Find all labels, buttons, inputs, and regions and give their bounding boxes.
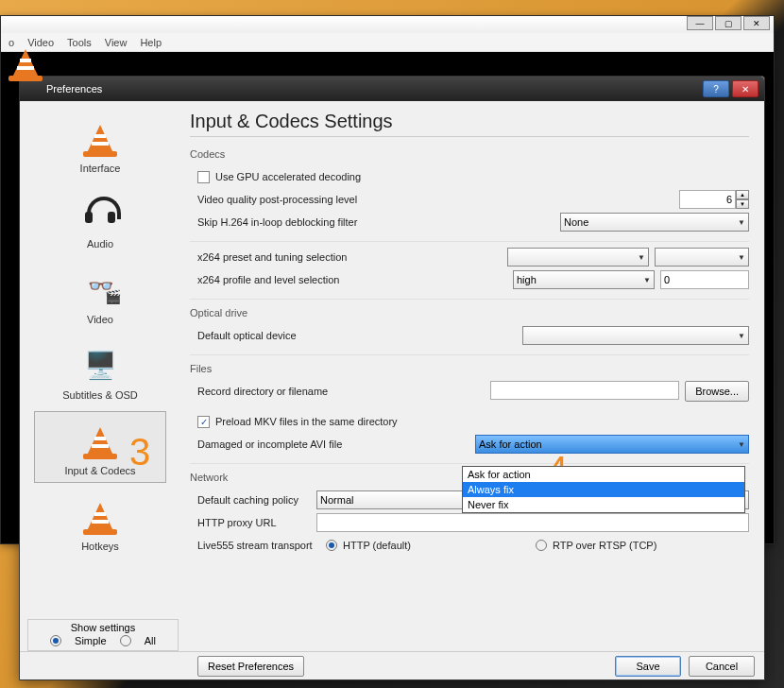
group-title-files: Files: [190, 363, 749, 374]
group-title-optical: Optical drive: [190, 307, 749, 318]
postproc-input[interactable]: [679, 190, 736, 209]
x264-preset-combo[interactable]: ▼: [507, 248, 649, 267]
proxy-label: HTTP proxy URL: [197, 517, 311, 528]
record-dir-input[interactable]: [490, 381, 679, 400]
parent-minimize-button[interactable]: —: [687, 16, 713, 30]
x264-preset-label: x264 preset and tuning selection: [197, 251, 347, 263]
menu-item[interactable]: Video: [27, 37, 54, 48]
sidebar-item-interface[interactable]: Interface: [34, 109, 166, 181]
avi-label: Damaged or incomplete AVI file: [197, 439, 342, 450]
parent-close-button[interactable]: ✕: [743, 16, 770, 30]
all-radio[interactable]: [120, 635, 131, 646]
headphones-icon: [77, 191, 123, 236]
sidebar-item-subtitles[interactable]: 🖥️ Subtitles & OSD: [34, 335, 166, 407]
rtp-radio-label: RTP over RTSP (TCP): [553, 540, 656, 551]
gpu-decoding-checkbox[interactable]: [197, 171, 210, 183]
sidebar-item-label: Interface: [80, 163, 121, 174]
live555-label: Live555 stream transport: [197, 540, 320, 551]
dialog-footer: Reset Preferences Save Cancel: [20, 651, 764, 679]
sidebar-item-input-codecs[interactable]: Input & Codecs 3: [34, 411, 166, 483]
cone-codecs-icon: [77, 418, 123, 463]
vlc-cone-icon: [26, 81, 41, 96]
avi-option-ask[interactable]: Ask for action: [463, 467, 744, 482]
reset-preferences-button[interactable]: Reset Preferences: [197, 656, 304, 677]
preload-mkv-label: Preload MKV files in the same directory: [215, 416, 398, 427]
dialog-titlebar[interactable]: Preferences ? ✕: [20, 77, 764, 101]
page-title: Input & Codecs Settings: [190, 111, 749, 137]
dialog-close-button[interactable]: ✕: [732, 80, 758, 97]
display-icon: 🖥️: [77, 342, 123, 387]
sidebar-item-hotkeys[interactable]: Hotkeys: [34, 487, 166, 559]
sidebar-item-label: Audio: [87, 238, 113, 249]
skipfilter-combo[interactable]: None▼: [560, 213, 749, 232]
http-radio[interactable]: [326, 540, 337, 551]
sidebar-item-label: Subtitles & OSD: [62, 389, 137, 401]
simple-radio[interactable]: [50, 635, 61, 646]
show-settings-group: Show settings Simple All: [27, 619, 179, 651]
rtp-radio[interactable]: [536, 540, 547, 551]
proxy-input[interactable]: [316, 513, 749, 532]
avi-dropdown-list[interactable]: Ask for action Always fix Never fix: [462, 466, 745, 513]
settings-page: Input & Codecs Settings Codecs Use GPU a…: [180, 101, 764, 653]
dialog-title: Preferences: [46, 83, 102, 95]
avi-option-always[interactable]: Always fix: [463, 482, 744, 497]
browse-button[interactable]: Browse...: [685, 381, 749, 402]
menu-item[interactable]: View: [105, 37, 128, 48]
record-dir-label: Record directory or filename: [197, 386, 328, 397]
cancel-button[interactable]: Cancel: [689, 656, 755, 677]
parent-titlebar: — ▢ ✕: [1, 16, 774, 33]
optical-device-combo[interactable]: ▼: [522, 326, 749, 345]
menu-item[interactable]: Tools: [67, 37, 92, 48]
save-button[interactable]: Save: [615, 656, 681, 677]
gpu-decoding-label: Use GPU accelerated decoding: [215, 171, 361, 182]
all-radio-label: All: [145, 635, 156, 646]
simple-radio-label: Simple: [75, 635, 107, 646]
parent-menubar: o Video Tools View Help: [1, 33, 774, 52]
menu-item[interactable]: Help: [140, 37, 162, 48]
optical-device-label: Default optical device: [197, 330, 297, 341]
group-title-codecs: Codecs: [190, 148, 749, 160]
cone-icon: [77, 115, 123, 161]
category-sidebar: Interface Audio Video 🖥️ Subtitles & OSD…: [20, 101, 180, 653]
x264-profile-label: x264 profile and level selection: [197, 274, 339, 285]
http-radio-label: HTTP (default): [343, 540, 411, 551]
postproc-label: Video quality post-processing level: [197, 194, 357, 205]
parent-maximize-button[interactable]: ▢: [715, 16, 741, 30]
sidebar-item-audio[interactable]: Audio: [34, 184, 166, 256]
dialog-help-button[interactable]: ?: [703, 80, 729, 97]
sidebar-item-label: Hotkeys: [81, 541, 119, 552]
cone-hotkeys-icon: [77, 493, 123, 539]
sidebar-item-label: Input & Codecs: [64, 465, 135, 476]
menu-item[interactable]: o: [9, 37, 14, 48]
caching-label: Default caching policy: [197, 494, 311, 506]
avi-combo[interactable]: Ask for action▼: [475, 435, 749, 454]
sidebar-item-label: Video: [87, 314, 113, 325]
x264-level-input[interactable]: [660, 270, 749, 289]
postproc-spinner[interactable]: ▲▼: [736, 190, 749, 209]
avi-option-never[interactable]: Never fix: [463, 497, 744, 512]
skipfilter-label: Skip H.264 in-loop deblocking filter: [197, 216, 357, 228]
sidebar-item-video[interactable]: Video: [34, 260, 166, 332]
show-settings-title: Show settings: [34, 622, 172, 633]
preload-mkv-checkbox[interactable]: ✓: [197, 416, 210, 428]
preferences-dialog: Preferences ? ✕ Interface Audio Video 🖥️…: [19, 76, 765, 680]
x264-tuning-combo[interactable]: ▼: [655, 248, 749, 267]
x264-profile-combo[interactable]: high▼: [513, 270, 655, 289]
film-icon: [77, 267, 123, 312]
